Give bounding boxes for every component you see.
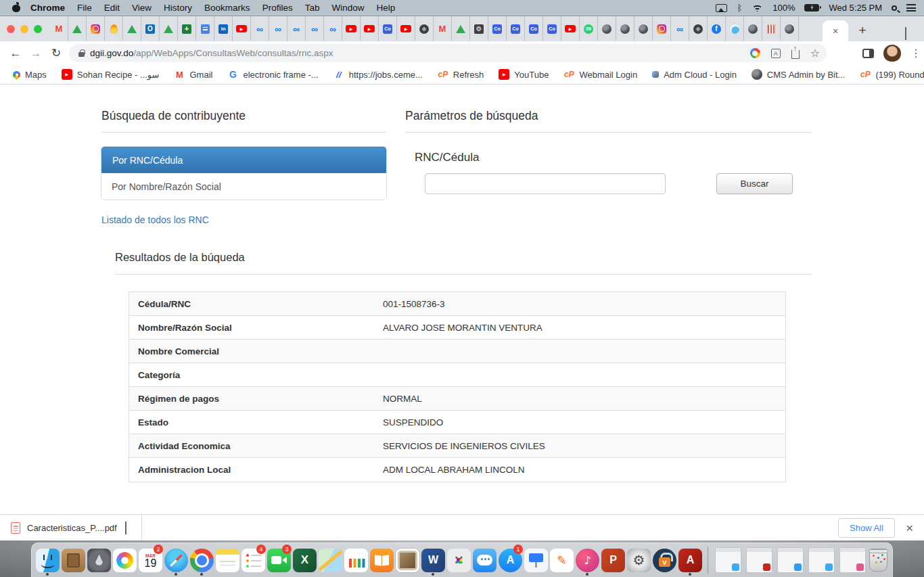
pinned-tab-outlook[interactable]: O (141, 16, 160, 41)
bookmark-star-icon[interactable]: ☆ (810, 47, 820, 60)
minimized-window-itunes[interactable] (839, 547, 866, 573)
forward-button[interactable]: → (26, 47, 46, 60)
close-tab-icon[interactable]: × (833, 26, 838, 37)
pinned-tab-dgiired[interactable] (762, 16, 781, 41)
lock-icon[interactable] (78, 52, 85, 57)
minimized-window-finder[interactable] (715, 547, 741, 573)
chrome-menu-icon[interactable]: ⋮ (910, 51, 916, 55)
new-tab-button[interactable]: + (854, 22, 871, 39)
close-window-button[interactable] (7, 25, 15, 33)
dock-calendar[interactable]: MAR192 (139, 545, 162, 575)
display-mirroring-icon[interactable] (716, 4, 727, 12)
dock-preferences[interactable]: ⚙ (627, 545, 651, 575)
pinned-tab-drive[interactable] (452, 16, 470, 41)
menu-help[interactable]: Help (376, 3, 395, 13)
bookmark-https-jobs-ceme[interactable]: //https://jobs.ceme... (327, 67, 429, 82)
pinned-tab-gmail[interactable]: M (434, 16, 452, 41)
dock-mail-stamp[interactable] (396, 545, 419, 575)
menu-file[interactable]: File (77, 3, 92, 13)
dock-photos[interactable] (113, 545, 137, 575)
dock-vault[interactable]: V (653, 545, 676, 575)
pinned-tab-meta[interactable]: ∞ (324, 16, 342, 41)
tab-por-rnc-cedula[interactable]: Por RNC/Cédula (101, 147, 386, 173)
notification-center-icon[interactable] (906, 4, 916, 11)
side-panel-icon[interactable] (862, 49, 874, 58)
pinned-tab-chromedark[interactable] (415, 16, 434, 41)
minimized-window-safari[interactable] (777, 547, 804, 573)
bookmark-sohan-recipe[interactable]: ▶Sohan Recipe - ...سو (55, 67, 166, 82)
pinned-tab-meta[interactable]: ∞ (671, 16, 689, 41)
pinned-tab-instagram[interactable] (653, 16, 671, 41)
pinned-tab-youtube[interactable]: ▶ (361, 16, 379, 41)
menu-history[interactable]: History (164, 3, 192, 13)
pinned-tab-drive[interactable] (160, 16, 178, 41)
dock-app-store[interactable]: A1 (499, 545, 522, 575)
pinned-tab-linkedin[interactable]: in (214, 16, 233, 41)
dock-maps[interactable] (319, 545, 342, 575)
zoom-window-button[interactable] (34, 25, 42, 33)
bookmark-refresh[interactable]: cPRefresh (432, 67, 490, 82)
bookmark-maps[interactable]: Maps (7, 68, 53, 82)
menu-window[interactable]: Window (331, 3, 364, 13)
dock-pages[interactable]: ✎ (550, 545, 574, 575)
minimized-window-acrobat[interactable] (746, 547, 772, 573)
pinned-tab-globedark[interactable] (616, 16, 634, 41)
pinned-tab-youtube[interactable]: ▶ (342, 16, 361, 41)
back-button[interactable]: ← (5, 47, 26, 60)
reload-button[interactable]: ↻ (46, 46, 66, 60)
pinned-tab-coblue[interactable]: Co (543, 16, 561, 41)
bookmark-webmail-login[interactable]: cPWebmail Login (557, 67, 643, 82)
pinned-tab-chromedark[interactable] (689, 16, 708, 41)
dock-excel[interactable]: X (293, 545, 317, 575)
dock-facetime[interactable]: 3 (267, 545, 291, 575)
dock-keynote[interactable] (524, 545, 548, 575)
url-text[interactable]: dgii.gov.do/app/WebApps/ConsultasWeb/con… (90, 48, 333, 58)
menu-tab[interactable]: Tab (305, 3, 320, 13)
dock-utility[interactable]: ✕ (447, 545, 471, 575)
dock-trash[interactable] (869, 545, 888, 575)
menu-profiles[interactable]: Profiles (262, 3, 293, 13)
address-bar[interactable]: dgii.gov.do/app/WebApps/ConsultasWeb/con… (69, 44, 827, 62)
bluetooth-icon[interactable]: ᛒ (737, 3, 742, 13)
bookmark-199-roundcube[interactable]: cP(199) Roundcube... (854, 67, 924, 82)
pinned-tab-youtube[interactable]: ▶ (561, 16, 580, 41)
pinned-tab-whatsapp[interactable]: 59 (580, 16, 598, 41)
bookmark-adm-cloud-login[interactable]: Adm Cloud - Login (646, 68, 743, 82)
dock-itunes[interactable]: ♪ (576, 545, 599, 575)
battery-icon[interactable] (804, 4, 819, 11)
pinned-tab-meta[interactable]: ∞ (251, 16, 269, 41)
tab-search-button[interactable] (905, 27, 906, 39)
dock-reminders[interactable]: 4 (241, 545, 265, 575)
pinned-tab-globedark[interactable] (598, 16, 616, 41)
dock-word[interactable]: W (421, 545, 445, 575)
share-icon[interactable] (791, 50, 800, 59)
download-options-button[interactable] (125, 522, 126, 534)
pinned-tab-coblue[interactable]: Co (379, 16, 397, 41)
profile-avatar[interactable] (883, 45, 901, 62)
translate-icon[interactable]: A (771, 49, 781, 58)
pinned-tab-sheets[interactable]: + (178, 16, 196, 41)
close-download-bar-icon[interactable]: × (906, 522, 913, 534)
wifi-icon[interactable] (752, 4, 763, 12)
active-tab[interactable]: × (823, 20, 848, 41)
apple-logo-icon[interactable] (12, 3, 21, 12)
bookmark-electronic-frame[interactable]: Gelectronic frame -... (221, 67, 324, 82)
dock-stocks[interactable] (344, 545, 368, 575)
pinned-tab-meta[interactable]: ∞ (287, 16, 306, 41)
dock-messages[interactable] (473, 545, 496, 575)
pinned-tab-facebook[interactable]: f (708, 16, 726, 41)
dock-contacts[interactable] (62, 545, 85, 575)
pinned-tab-instagram[interactable] (87, 16, 105, 41)
menu-edit[interactable]: Edit (104, 3, 120, 13)
minimize-window-button[interactable] (20, 25, 28, 33)
bookmark-cms-admin-by-bit[interactable]: CMS Admin by Bit... (745, 67, 852, 82)
dock-books[interactable] (370, 545, 394, 575)
dock-finder[interactable] (36, 545, 60, 575)
download-filename[interactable]: Caracteristicas_P....pdf (27, 523, 117, 533)
bookmark-youtube[interactable]: ▶YouTube (492, 67, 555, 82)
pinned-tab-geardark[interactable]: ⚙ (470, 16, 488, 41)
pinned-tab-coblue[interactable]: Co (488, 16, 507, 41)
pinned-tab-globedark[interactable] (781, 16, 799, 41)
menu-bar-clock[interactable]: Wed 5:25 PM (829, 3, 882, 13)
dock-chrome[interactable] (190, 545, 214, 575)
